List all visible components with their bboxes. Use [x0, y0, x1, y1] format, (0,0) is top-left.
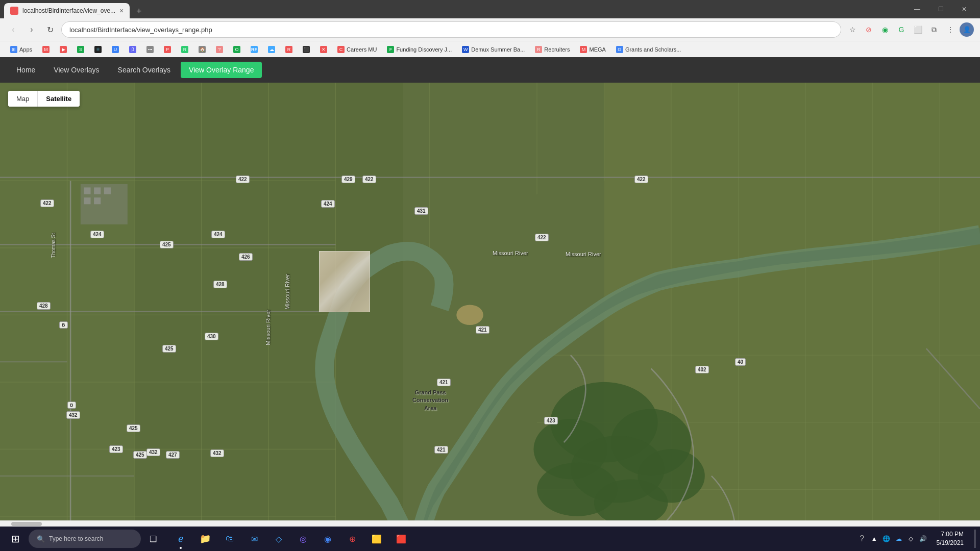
file-explorer-icon: 📁 — [200, 533, 211, 544]
taskbar-edge[interactable]: ℯ — [169, 528, 192, 550]
taskbar-mail[interactable]: ✉ — [243, 528, 265, 550]
map-container[interactable]: 422 429 422 422 424 431 422 422 424 424 … — [0, 83, 980, 520]
road-badge-432-1: 432 — [66, 411, 80, 419]
road-badge-425-4: 425 — [133, 451, 147, 459]
road-badge-421-1: 421 — [476, 326, 489, 334]
nav-search-overlays[interactable]: Search Overlays — [110, 62, 179, 78]
bookmark-react[interactable]: ⚛ — [90, 45, 106, 54]
road-badge-424-1: 424 — [321, 200, 335, 208]
groove-icon: ◎ — [300, 534, 307, 544]
tab-close-icon[interactable]: × — [119, 7, 124, 15]
nav-view-overlays[interactable]: View Overlays — [45, 62, 107, 78]
taskbar-maps[interactable]: ⊕ — [341, 528, 363, 550]
bookmark-apps[interactable]: ⊞ Apps — [6, 45, 36, 54]
road-badge-422-2: 422 — [362, 176, 376, 183]
bookmark-gmail[interactable]: M — [38, 45, 54, 54]
taskbar-chrome[interactable]: ◉ — [316, 528, 339, 550]
road-badge-425-2: 425 — [162, 345, 176, 353]
bookmark-r-green[interactable]: R — [177, 45, 192, 54]
scrollbar-thumb[interactable] — [11, 522, 42, 526]
bookmark-rf[interactable]: RF — [247, 45, 262, 54]
taskbar-red-app[interactable]: 🟥 — [390, 528, 412, 550]
system-tray: ? ▲ 🌐 ☁ ◇ 🔊 — [857, 534, 928, 544]
dropbox-icon: ◇ — [276, 534, 282, 544]
taskbar-search-box[interactable]: 🔍 — [29, 530, 141, 548]
nav-view-overlay-range[interactable]: View Overlay Range — [181, 62, 262, 78]
road-badge-425-1: 425 — [160, 241, 174, 248]
bookmark-recruiters[interactable]: R Recruiters — [531, 45, 574, 54]
bookmark-u[interactable]: U — [108, 45, 123, 54]
sticky-notes-icon: 🟨 — [372, 534, 382, 544]
adblock-icon[interactable]: ⊘ — [862, 22, 876, 37]
tray-volume-icon[interactable]: 🔊 — [918, 534, 928, 544]
nav-home[interactable]: Home — [8, 62, 43, 78]
bookmark-o-blue[interactable]: O — [229, 45, 244, 54]
map-overlay-image — [319, 251, 370, 312]
taskbar-sticky[interactable]: 🟨 — [365, 528, 388, 550]
new-tab-button[interactable]: + — [132, 4, 146, 18]
ext-icon-2[interactable]: G — [894, 22, 909, 37]
mail-icon: ✉ — [251, 534, 258, 544]
taskbar-store[interactable]: 🛍 — [218, 528, 241, 550]
toolbar-icons: ☆ ⊘ ◉ G ⬜ ⧉ ⋮ 👤 — [845, 22, 974, 37]
road-badge-422-4: 422 — [535, 234, 549, 241]
road-badge-431: 431 — [414, 207, 428, 215]
forward-button[interactable]: › — [24, 22, 39, 37]
browser-tab[interactable]: localhost/BirdInterface/view_ove... × — [4, 3, 130, 18]
ext-icon-3[interactable]: ⬜ — [911, 22, 925, 37]
bookmark-star-icon[interactable]: ☆ — [845, 22, 860, 37]
bookmark-x-red[interactable]: ✕ — [316, 45, 331, 54]
bookmark-careers-mu[interactable]: C Careers MU — [333, 45, 381, 54]
taskbar-groove[interactable]: ◎ — [292, 528, 314, 550]
bookmark-dark[interactable]: ⬛ — [299, 45, 314, 54]
satellite-view-button[interactable]: Satellite — [38, 91, 80, 107]
bookmark-home[interactable]: 🏠 — [194, 45, 210, 54]
system-clock[interactable]: 7:00 PM 5/19/2021 — [933, 530, 968, 547]
bookmark-funding[interactable]: F Funding Discovery J... — [383, 45, 456, 54]
extensions-icon[interactable]: ⧉ — [927, 22, 941, 37]
tray-dropbox-tray-icon[interactable]: ◇ — [906, 534, 916, 544]
bookmark-demux[interactable]: W Demux Summer Ba... — [458, 45, 529, 54]
bookmark-question[interactable]: ? — [212, 45, 227, 54]
bookmark-cloud[interactable]: ☁ — [264, 45, 279, 54]
bookmark-grants[interactable]: G Grants and Scholars... — [612, 45, 685, 54]
map-view-button[interactable]: Map — [8, 91, 38, 107]
tray-help-icon[interactable]: ? — [857, 534, 867, 544]
profile-icon[interactable]: 👤 — [960, 22, 974, 37]
ext-icon-1[interactable]: ◉ — [878, 22, 892, 37]
minimize-button[interactable]: — — [905, 0, 929, 18]
show-desktop-button[interactable] — [974, 530, 976, 548]
address-bar-row: ‹ › ↻ ☆ ⊘ ◉ G ⬜ ⧉ ⋮ 👤 — [0, 18, 980, 41]
svg-rect-41 — [84, 187, 90, 194]
back-button[interactable]: ‹ — [6, 22, 20, 37]
bookmark-s[interactable]: S — [73, 45, 88, 54]
tray-up-arrow[interactable]: ▲ — [869, 534, 879, 544]
reload-button[interactable]: ↻ — [43, 22, 57, 37]
close-button[interactable]: ✕ — [952, 0, 976, 18]
more-menu-icon[interactable]: ⋮ — [943, 22, 958, 37]
tray-network-icon[interactable]: 🌐 — [881, 534, 892, 544]
taskbar-dropbox[interactable]: ◇ — [267, 528, 290, 550]
map-type-toggle: Map Satellite — [8, 91, 80, 107]
window-controls: — ☐ ✕ — [905, 0, 976, 18]
bookmark-youtube[interactable]: ▶ — [56, 45, 71, 54]
map-satellite: 422 429 422 422 424 431 422 422 424 424 … — [0, 83, 980, 520]
bookmark-dots[interactable]: ••• — [142, 45, 158, 54]
taskbar: ⊞ 🔍 ❑ ℯ 📁 🛍 ✉ — [0, 527, 980, 551]
task-view-button[interactable]: ❑ — [143, 529, 163, 549]
bookmark-p[interactable]: P — [160, 45, 175, 54]
start-button[interactable]: ⊞ — [4, 528, 27, 550]
address-input[interactable] — [61, 21, 841, 38]
road-badge-429: 429 — [341, 176, 355, 183]
taskbar-search-input[interactable] — [49, 535, 131, 542]
horizontal-scrollbar[interactable] — [0, 520, 980, 527]
tab-favicon — [10, 7, 18, 15]
bookmark-beta[interactable]: β — [125, 45, 140, 54]
browser-frame: localhost/BirdInterface/view_ove... × + … — [0, 0, 980, 551]
maximize-button[interactable]: ☐ — [929, 0, 952, 18]
road-badge-40: 40 — [735, 358, 746, 366]
tray-cloud-icon[interactable]: ☁ — [894, 534, 904, 544]
taskbar-file-explorer[interactable]: 📁 — [194, 528, 216, 550]
bookmark-r-red[interactable]: R — [281, 45, 297, 54]
bookmark-mega[interactable]: M MEGA — [576, 45, 609, 54]
